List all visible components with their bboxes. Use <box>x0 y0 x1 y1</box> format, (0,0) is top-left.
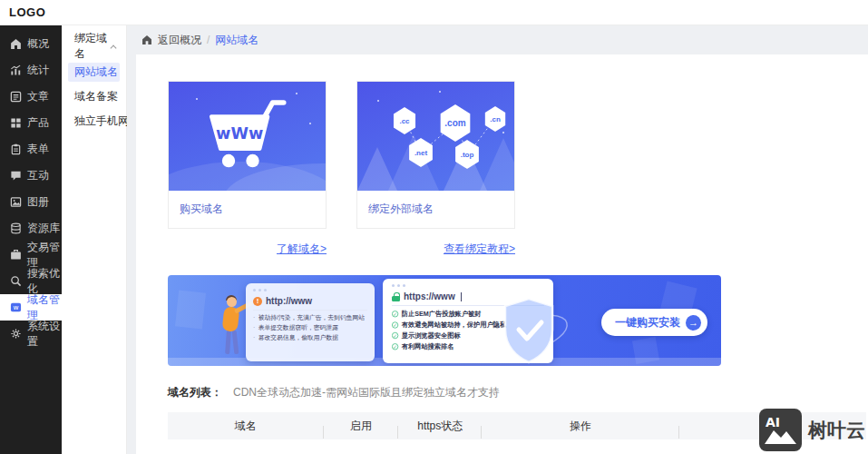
col-actions: 操作 <box>482 419 678 434</box>
chart-icon <box>10 64 22 76</box>
bullet-dot: · <box>253 323 255 333</box>
promo-cards-row: wWw 购买域名 <box>168 81 868 229</box>
chat-icon <box>10 170 22 182</box>
http-risk-list: ·被劫持/污染，充满广告，去到钓鱼网站 ·表单提交数据窃听，密码泄露 ·篡改交易… <box>253 313 367 343</box>
bullet-dot: · <box>253 333 255 343</box>
window-dots <box>392 283 544 288</box>
sidebar-item-label: 统计 <box>27 63 49 78</box>
bind-external-domain-card[interactable]: .cc .com .cn .net .top 绑定外部域名 <box>356 81 515 229</box>
grid-icon <box>10 117 22 129</box>
check-icon: ✓ <box>392 332 398 339</box>
one-click-buy-install-button[interactable]: 一键购买安装 → <box>601 309 707 336</box>
buy-button-label: 一键购买安装 <box>615 315 680 331</box>
risk-item: 被劫持/污染，充满广告，去到钓鱼网站 <box>258 313 365 323</box>
sidebar-item-stats[interactable]: 统计 <box>0 57 62 84</box>
sidebar-item-label: 文章 <box>27 89 49 104</box>
content-card: wWw 购买域名 <box>136 54 868 454</box>
home-icon <box>10 38 22 50</box>
domain-list-header: 域名列表： CDN全球动态加速-需网站国际版且绑定独立域名才支持 <box>168 385 868 400</box>
chevron-up-icon <box>111 44 117 51</box>
text-cursor <box>461 292 462 301</box>
submenu-item-domain-filing[interactable]: 域名备案 <box>68 87 120 106</box>
sidebar-item-label: 图册 <box>27 194 49 210</box>
risk-item: 篡改交易信息，偷取用户数据 <box>258 333 338 343</box>
sidebar-item-articles[interactable]: 文章 <box>0 84 62 110</box>
database-icon <box>10 222 22 234</box>
col-https-status: https状态 <box>398 419 482 434</box>
svg-text:AI: AI <box>766 415 780 429</box>
svg-text:w: w <box>13 303 18 311</box>
sidebar-item-settings[interactable]: 系统设置 <box>0 321 62 347</box>
shield-icon <box>487 293 571 366</box>
buy-domain-label: 购买域名 <box>169 191 326 228</box>
bullet-dot: · <box>253 313 255 323</box>
http-url: http://www <box>266 296 312 306</box>
watermark-badge-icon: AI <box>759 409 802 451</box>
window-dots <box>253 288 367 292</box>
hexagon-connectors <box>357 82 514 191</box>
sidebar-item-interaction[interactable]: 互动 <box>0 163 62 189</box>
primary-sidebar: 概况 统计 文章 产品 表单 互动 图册 资源库 <box>0 25 62 454</box>
image-icon <box>10 196 22 208</box>
topbar: LOGO <box>0 0 868 25</box>
https-promo-banner: ! http://www ·被劫持/污染，充满广告，去到钓鱼网站 ·表单提交数据… <box>168 275 721 366</box>
benefit-item: 防止SEM广告投放账户被封 <box>402 309 482 320</box>
risk-item: 表单提交数据窃听，密码泄露 <box>258 323 338 333</box>
shopping-cart-icon: wWw <box>197 96 298 173</box>
domain-icon: w <box>10 301 22 313</box>
submenu-group-label: 绑定域名 <box>74 31 112 62</box>
check-icon: ✓ <box>392 311 398 317</box>
sidebar-item-forms[interactable]: 表单 <box>0 136 62 163</box>
sidebar-item-label: 系统设置 <box>27 319 62 350</box>
buy-domain-card[interactable]: wWw 购买域名 <box>168 81 327 229</box>
sidebar-item-label: 表单 <box>27 142 49 157</box>
learn-domain-link[interactable]: 了解域名> <box>277 242 327 255</box>
main-area: 返回概况 / 网站域名 <box>127 25 868 454</box>
sidebar-item-label: 互动 <box>27 168 49 183</box>
sidebar-item-seo[interactable]: 搜索优化 <box>0 268 62 294</box>
lock-icon <box>392 292 400 301</box>
domain-list-note: CDN全球动态加速-需网站国际版且绑定独立域名才支持 <box>233 385 500 400</box>
home-icon <box>141 35 152 45</box>
check-icon: ✓ <box>392 343 398 350</box>
breadcrumb-back-link[interactable]: 返回概况 <box>158 33 201 48</box>
col-domain: 域名 <box>168 419 324 434</box>
breadcrumb-separator: / <box>207 34 210 46</box>
sidebar-item-overview[interactable]: 概况 <box>0 31 62 57</box>
search-icon <box>10 275 22 287</box>
sidebar-item-trade[interactable]: 交易管理 <box>0 242 62 268</box>
breadcrumb-current: 网站域名 <box>215 33 258 48</box>
submenu-item-mobile-site[interactable]: 独立手机网站 <box>68 112 120 131</box>
arrow-right-icon: → <box>686 315 701 331</box>
watermark-text: 树叶云 <box>808 418 865 443</box>
benefit-item: 有利网站搜索排名 <box>402 341 454 352</box>
domain-hexagons-illustration: .cc .com .cn .net .top <box>357 82 514 191</box>
buy-domain-illustration: wWw <box>169 82 326 191</box>
https-url: https://www <box>404 291 455 301</box>
sidebar-item-domains[interactable]: w 域名管理 <box>0 294 62 321</box>
sidebar-item-label: 概况 <box>27 36 49 52</box>
domain-list-label: 域名列表： <box>168 385 222 400</box>
watermark: AI 树叶云 <box>759 409 865 451</box>
check-icon: ✓ <box>392 321 398 328</box>
submenu-group-bind-domain[interactable]: 绑定域名 <box>62 38 126 54</box>
app-logo: LOGO <box>9 5 45 19</box>
links-row: 了解域名> 查看绑定教程> <box>168 242 868 256</box>
secondary-sidebar: 绑定域名 网站域名 域名备案 独立手机网站 <box>62 25 127 454</box>
sidebar-item-label: 产品 <box>27 115 49 131</box>
benefit-item: 显示浏览器安全图标 <box>402 331 461 341</box>
col-enabled: 启用 <box>324 419 398 434</box>
submenu-item-website-domain[interactable]: 网站域名 <box>68 63 120 82</box>
sidebar-item-resources[interactable]: 资源库 <box>0 215 62 242</box>
sidebar-item-label: 资源库 <box>27 221 60 236</box>
briefcase-icon <box>10 249 22 261</box>
sidebar-item-products[interactable]: 产品 <box>0 110 62 136</box>
sidebar-item-albums[interactable]: 图册 <box>0 189 62 215</box>
clipboard-icon <box>10 143 22 155</box>
warning-icon: ! <box>253 297 262 306</box>
bind-external-domain-label: 绑定外部域名 <box>357 191 514 228</box>
http-warning-window: ! http://www ·被劫持/污染，充满广告，去到钓鱼网站 ·表单提交数据… <box>246 283 375 361</box>
binding-tutorial-link[interactable]: 查看绑定教程> <box>444 242 515 255</box>
breadcrumb: 返回概况 / 网站域名 <box>127 25 868 54</box>
document-icon <box>10 91 22 103</box>
